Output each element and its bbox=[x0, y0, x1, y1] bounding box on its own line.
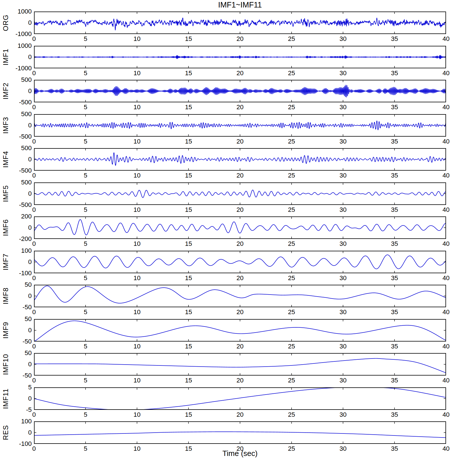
x-tick-label: 30 bbox=[332, 241, 355, 247]
plot-area-IMF11 bbox=[34, 387, 446, 410]
x-tick-label: 10 bbox=[126, 412, 149, 418]
y-tick-label: 0 bbox=[9, 20, 32, 26]
x-tick-label: 10 bbox=[126, 172, 149, 179]
plot-area-IMF9 bbox=[34, 319, 446, 342]
x-tick-label: 30 bbox=[332, 172, 355, 179]
x-tick-label: 10 bbox=[126, 343, 149, 350]
x-tick-label: 5 bbox=[74, 275, 97, 281]
y-tick-label: 500 bbox=[9, 145, 32, 151]
x-tick-label: 30 bbox=[332, 138, 355, 145]
x-tick-label: 35 bbox=[383, 207, 406, 213]
x-tick-label: 40 bbox=[435, 377, 458, 384]
y-tick-label: 0 bbox=[9, 361, 32, 367]
y-tick-label: 0 bbox=[9, 54, 32, 60]
x-tick-label: 15 bbox=[177, 138, 200, 145]
x-tick-label: 35 bbox=[383, 343, 406, 350]
x-tick-label: 5 bbox=[74, 241, 97, 247]
signal-canvas-IMF11 bbox=[34, 387, 446, 410]
x-tick-label: 20 bbox=[228, 343, 252, 350]
x-tick-label: 0 bbox=[22, 138, 46, 145]
x-tick-label: 10 bbox=[126, 275, 149, 281]
y-tick-label: 0 bbox=[9, 259, 32, 265]
x-tick-label: 25 bbox=[280, 446, 303, 452]
x-tick-label: 30 bbox=[332, 207, 355, 213]
x-tick-label: 30 bbox=[332, 275, 355, 281]
x-tick-label: 15 bbox=[177, 343, 200, 350]
x-tick-label: 15 bbox=[177, 207, 200, 213]
y-tick-label: 0 bbox=[9, 225, 32, 231]
x-tick-label: 10 bbox=[126, 309, 149, 315]
x-tick-label: 20 bbox=[228, 241, 252, 247]
signal-canvas-IMF6 bbox=[34, 216, 446, 239]
y-tick-label: 500 bbox=[9, 77, 32, 83]
x-tick-label: 20 bbox=[228, 207, 252, 213]
y-tick-label: 500 bbox=[9, 179, 32, 186]
x-tick-label: 35 bbox=[383, 275, 406, 281]
plot-area-IMF8 bbox=[34, 285, 446, 307]
x-tick-label: 30 bbox=[332, 70, 355, 76]
x-tick-label: 25 bbox=[280, 138, 303, 145]
signal-canvas-IMF5 bbox=[34, 182, 446, 205]
x-tick-label: 40 bbox=[435, 343, 458, 350]
x-tick-label: 5 bbox=[74, 412, 97, 418]
x-tick-label: 25 bbox=[280, 412, 303, 418]
x-tick-label: 20 bbox=[228, 275, 252, 281]
x-tick-label: 15 bbox=[177, 309, 200, 315]
x-tick-label: 40 bbox=[435, 36, 458, 42]
x-tick-label: 20 bbox=[228, 138, 252, 145]
y-tick-label: 1000 bbox=[9, 8, 32, 15]
x-tick-label: 40 bbox=[435, 70, 458, 76]
x-tick-label: 20 bbox=[228, 70, 252, 76]
plot-area-IMF6 bbox=[34, 216, 446, 239]
x-tick-label: 20 bbox=[228, 104, 252, 110]
x-tick-label: 0 bbox=[22, 172, 46, 179]
x-tick-label: 20 bbox=[228, 309, 252, 315]
x-tick-label: 35 bbox=[383, 241, 406, 247]
x-tick-label: 0 bbox=[22, 309, 46, 315]
x-tick-label: 0 bbox=[22, 275, 46, 281]
x-tick-label: 5 bbox=[74, 309, 97, 315]
y-tick-label: 0 bbox=[9, 327, 32, 333]
x-tick-label: 0 bbox=[22, 70, 46, 76]
x-tick-label: 10 bbox=[126, 70, 149, 76]
x-tick-label: 30 bbox=[332, 343, 355, 350]
plot-area-IMF4 bbox=[34, 148, 446, 171]
signal-canvas-IMF8 bbox=[34, 285, 446, 307]
y-tick-label: 0 bbox=[9, 156, 32, 163]
x-tick-label: 25 bbox=[280, 241, 303, 247]
x-tick-label: 20 bbox=[228, 446, 252, 452]
x-tick-label: 40 bbox=[435, 172, 458, 179]
figure: IMF1~IMF11 Time (sec) ORG10000-100005101… bbox=[0, 0, 476, 462]
signal-canvas-IMF2 bbox=[34, 80, 446, 102]
x-tick-label: 10 bbox=[126, 104, 149, 110]
x-tick-label: 10 bbox=[126, 241, 149, 247]
x-tick-label: 30 bbox=[332, 412, 355, 418]
x-tick-label: 0 bbox=[22, 207, 46, 213]
x-tick-label: 20 bbox=[228, 412, 252, 418]
y-tick-label: 0 bbox=[9, 88, 32, 94]
x-tick-label: 5 bbox=[74, 36, 97, 42]
x-tick-label: 5 bbox=[74, 207, 97, 213]
x-tick-label: 35 bbox=[383, 377, 406, 384]
x-tick-label: 10 bbox=[126, 36, 149, 42]
x-tick-label: 25 bbox=[280, 377, 303, 384]
x-tick-label: 25 bbox=[280, 70, 303, 76]
x-tick-label: 25 bbox=[280, 172, 303, 179]
y-tick-label: 0 bbox=[9, 429, 32, 436]
x-tick-label: 35 bbox=[383, 446, 406, 452]
x-tick-label: 40 bbox=[435, 412, 458, 418]
x-tick-label: 15 bbox=[177, 104, 200, 110]
x-tick-label: 5 bbox=[74, 172, 97, 179]
x-tick-label: 30 bbox=[332, 104, 355, 110]
x-tick-label: 35 bbox=[383, 104, 406, 110]
x-tick-label: 20 bbox=[228, 172, 252, 179]
x-tick-label: 0 bbox=[22, 412, 46, 418]
y-tick-label: 500 bbox=[9, 111, 32, 117]
x-tick-label: 15 bbox=[177, 412, 200, 418]
x-tick-label: 15 bbox=[177, 172, 200, 179]
y-tick-label: 0 bbox=[9, 191, 32, 197]
signal-canvas-IMF7 bbox=[34, 251, 446, 273]
y-tick-label: 100 bbox=[9, 418, 32, 425]
x-tick-label: 5 bbox=[74, 104, 97, 110]
signal-canvas-IMF3 bbox=[34, 114, 446, 137]
